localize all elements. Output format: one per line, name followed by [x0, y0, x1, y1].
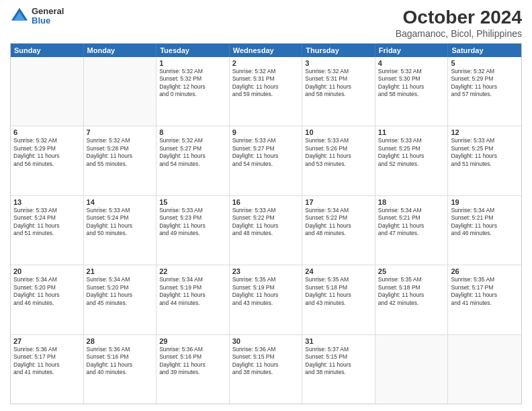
day-number: 30 — [232, 337, 300, 345]
calendar-row: 6Sunrise: 5:32 AM Sunset: 5:29 PM Daylig… — [11, 126, 521, 195]
calendar-cell: 11Sunrise: 5:33 AM Sunset: 5:25 PM Dayli… — [375, 126, 449, 195]
calendar-cell — [84, 57, 157, 126]
calendar-cell: 31Sunrise: 5:37 AM Sunset: 5:15 PM Dayli… — [302, 335, 375, 404]
day-number: 10 — [305, 128, 372, 136]
calendar-cell: 12Sunrise: 5:33 AM Sunset: 5:25 PM Dayli… — [448, 126, 521, 195]
calendar-cell: 16Sunrise: 5:33 AM Sunset: 5:22 PM Dayli… — [230, 196, 303, 265]
day-number: 19 — [451, 198, 519, 206]
calendar-cell — [375, 335, 449, 404]
calendar-header-day: Wednesday — [230, 44, 303, 57]
day-info: Sunrise: 5:34 AM Sunset: 5:19 PM Dayligh… — [159, 276, 226, 307]
calendar-row: 20Sunrise: 5:34 AM Sunset: 5:20 PM Dayli… — [11, 265, 521, 334]
logo-text: General Blue — [32, 7, 64, 26]
day-info: Sunrise: 5:32 AM Sunset: 5:31 PM Dayligh… — [232, 68, 300, 99]
calendar-cell: 21Sunrise: 5:34 AM Sunset: 5:20 PM Dayli… — [84, 265, 157, 334]
day-info: Sunrise: 5:33 AM Sunset: 5:25 PM Dayligh… — [451, 137, 519, 168]
calendar-cell: 27Sunrise: 5:36 AM Sunset: 5:17 PM Dayli… — [11, 335, 84, 404]
day-number: 31 — [305, 337, 372, 345]
day-info: Sunrise: 5:34 AM Sunset: 5:21 PM Dayligh… — [378, 207, 445, 238]
day-number: 7 — [87, 128, 154, 136]
day-number: 25 — [378, 267, 445, 275]
day-number: 12 — [451, 128, 519, 136]
day-info: Sunrise: 5:32 AM Sunset: 5:28 PM Dayligh… — [87, 137, 154, 168]
calendar-cell: 25Sunrise: 5:35 AM Sunset: 5:18 PM Dayli… — [375, 265, 449, 334]
calendar-cell: 18Sunrise: 5:34 AM Sunset: 5:21 PM Dayli… — [375, 196, 449, 265]
day-number: 29 — [159, 337, 226, 345]
day-number: 6 — [13, 128, 81, 136]
day-number: 24 — [305, 267, 372, 275]
logo: General Blue — [10, 7, 64, 26]
calendar-header-day: Saturday — [448, 44, 521, 57]
day-number: 18 — [378, 198, 445, 206]
day-number: 1 — [159, 59, 226, 67]
calendar-cell: 17Sunrise: 5:34 AM Sunset: 5:22 PM Dayli… — [302, 196, 375, 265]
calendar-cell: 26Sunrise: 5:35 AM Sunset: 5:17 PM Dayli… — [448, 265, 521, 334]
day-number: 14 — [87, 198, 154, 206]
header: General Blue October 2024 Bagamanoc, Bic… — [10, 7, 522, 39]
day-info: Sunrise: 5:33 AM Sunset: 5:27 PM Dayligh… — [232, 137, 300, 168]
day-number: 26 — [451, 267, 519, 275]
day-info: Sunrise: 5:32 AM Sunset: 5:29 PM Dayligh… — [451, 68, 519, 99]
day-info: Sunrise: 5:34 AM Sunset: 5:21 PM Dayligh… — [451, 207, 519, 238]
calendar-cell: 15Sunrise: 5:33 AM Sunset: 5:23 PM Dayli… — [157, 196, 230, 265]
day-number: 2 — [232, 59, 300, 67]
calendar-cell: 28Sunrise: 5:36 AM Sunset: 5:16 PM Dayli… — [84, 335, 157, 404]
day-info: Sunrise: 5:33 AM Sunset: 5:23 PM Dayligh… — [159, 207, 226, 238]
calendar: SundayMondayTuesdayWednesdayThursdayFrid… — [10, 43, 522, 404]
day-info: Sunrise: 5:32 AM Sunset: 5:27 PM Dayligh… — [159, 137, 226, 168]
calendar-cell: 2Sunrise: 5:32 AM Sunset: 5:31 PM Daylig… — [230, 57, 303, 126]
day-number: 4 — [378, 59, 445, 67]
day-info: Sunrise: 5:33 AM Sunset: 5:24 PM Dayligh… — [13, 207, 81, 238]
day-info: Sunrise: 5:35 AM Sunset: 5:19 PM Dayligh… — [232, 276, 300, 307]
logo-blue-text: Blue — [32, 16, 64, 26]
day-number: 16 — [232, 198, 300, 206]
day-info: Sunrise: 5:33 AM Sunset: 5:26 PM Dayligh… — [305, 137, 372, 168]
calendar-row: 27Sunrise: 5:36 AM Sunset: 5:17 PM Dayli… — [11, 335, 521, 404]
day-info: Sunrise: 5:37 AM Sunset: 5:15 PM Dayligh… — [305, 346, 372, 377]
calendar-header-day: Friday — [375, 44, 449, 57]
calendar-cell: 13Sunrise: 5:33 AM Sunset: 5:24 PM Dayli… — [11, 196, 84, 265]
day-number: 9 — [232, 128, 300, 136]
day-info: Sunrise: 5:35 AM Sunset: 5:18 PM Dayligh… — [305, 276, 372, 307]
title-block: October 2024 Bagamanoc, Bicol, Philippin… — [396, 7, 522, 39]
calendar-cell: 19Sunrise: 5:34 AM Sunset: 5:21 PM Dayli… — [448, 196, 521, 265]
calendar-header-day: Thursday — [302, 44, 375, 57]
calendar-header-day: Sunday — [11, 44, 84, 57]
day-number: 23 — [232, 267, 300, 275]
calendar-row: 1Sunrise: 5:32 AM Sunset: 5:32 PM Daylig… — [11, 57, 521, 126]
day-info: Sunrise: 5:33 AM Sunset: 5:24 PM Dayligh… — [87, 207, 154, 238]
calendar-cell: 23Sunrise: 5:35 AM Sunset: 5:19 PM Dayli… — [230, 265, 303, 334]
page-subtitle: Bagamanoc, Bicol, Philippines — [396, 28, 522, 39]
day-info: Sunrise: 5:32 AM Sunset: 5:29 PM Dayligh… — [13, 137, 81, 168]
calendar-cell: 5Sunrise: 5:32 AM Sunset: 5:29 PM Daylig… — [448, 57, 521, 126]
day-number: 8 — [159, 128, 226, 136]
calendar-cell: 3Sunrise: 5:32 AM Sunset: 5:31 PM Daylig… — [302, 57, 375, 126]
day-number: 28 — [87, 337, 154, 345]
calendar-cell: 14Sunrise: 5:33 AM Sunset: 5:24 PM Dayli… — [84, 196, 157, 265]
calendar-cell: 8Sunrise: 5:32 AM Sunset: 5:27 PM Daylig… — [157, 126, 230, 195]
day-info: Sunrise: 5:32 AM Sunset: 5:31 PM Dayligh… — [305, 68, 372, 99]
day-info: Sunrise: 5:34 AM Sunset: 5:22 PM Dayligh… — [305, 207, 372, 238]
page-title: October 2024 — [396, 7, 522, 28]
day-info: Sunrise: 5:36 AM Sunset: 5:17 PM Dayligh… — [13, 346, 81, 377]
calendar-header-day: Monday — [84, 44, 157, 57]
day-number: 13 — [13, 198, 81, 206]
day-info: Sunrise: 5:36 AM Sunset: 5:15 PM Dayligh… — [232, 346, 300, 377]
calendar-cell: 9Sunrise: 5:33 AM Sunset: 5:27 PM Daylig… — [230, 126, 303, 195]
day-number: 21 — [87, 267, 154, 275]
day-info: Sunrise: 5:35 AM Sunset: 5:17 PM Dayligh… — [451, 276, 519, 307]
day-info: Sunrise: 5:36 AM Sunset: 5:16 PM Dayligh… — [159, 346, 226, 377]
day-number: 17 — [305, 198, 372, 206]
calendar-cell: 29Sunrise: 5:36 AM Sunset: 5:16 PM Dayli… — [157, 335, 230, 404]
day-info: Sunrise: 5:36 AM Sunset: 5:16 PM Dayligh… — [87, 346, 154, 377]
day-number: 5 — [451, 59, 519, 67]
day-info: Sunrise: 5:32 AM Sunset: 5:30 PM Dayligh… — [378, 68, 445, 99]
calendar-cell: 1Sunrise: 5:32 AM Sunset: 5:32 PM Daylig… — [157, 57, 230, 126]
calendar-row: 13Sunrise: 5:33 AM Sunset: 5:24 PM Dayli… — [11, 196, 521, 265]
day-number: 15 — [159, 198, 226, 206]
calendar-cell: 10Sunrise: 5:33 AM Sunset: 5:26 PM Dayli… — [302, 126, 375, 195]
calendar-cell: 4Sunrise: 5:32 AM Sunset: 5:30 PM Daylig… — [375, 57, 449, 126]
calendar-cell: 7Sunrise: 5:32 AM Sunset: 5:28 PM Daylig… — [84, 126, 157, 195]
calendar-cell: 30Sunrise: 5:36 AM Sunset: 5:15 PM Dayli… — [230, 335, 303, 404]
day-info: Sunrise: 5:34 AM Sunset: 5:20 PM Dayligh… — [13, 276, 81, 307]
